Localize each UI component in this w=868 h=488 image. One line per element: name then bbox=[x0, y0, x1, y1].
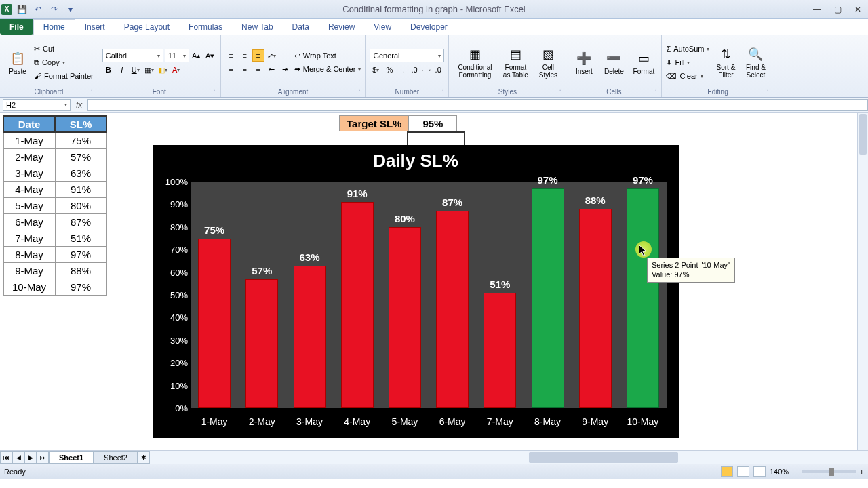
table-row: 4-May91% bbox=[3, 181, 106, 197]
paste-button[interactable]: 📋 Paste bbox=[4, 37, 31, 88]
clear-button[interactable]: ⌫Clear▾ bbox=[666, 70, 709, 82]
orientation-button[interactable]: ⤢▾ bbox=[266, 49, 278, 62]
tab-home[interactable]: Home bbox=[33, 19, 75, 35]
chart-bar[interactable]: 88% bbox=[579, 209, 612, 408]
group-number-label: Number bbox=[370, 88, 444, 97]
sheet-tab-1[interactable]: Sheet1 bbox=[49, 451, 94, 464]
chart-bar[interactable]: 97% bbox=[627, 188, 659, 408]
sort-filter-button[interactable]: ⇅Sort & Filter bbox=[712, 37, 739, 88]
find-select-button[interactable]: 🔍Find & Select bbox=[742, 37, 769, 88]
table-row: 7-May51% bbox=[3, 230, 106, 246]
tab-insert[interactable]: Insert bbox=[75, 19, 115, 35]
border-button[interactable]: ▦▾ bbox=[143, 64, 155, 76]
cell-styles-button[interactable]: ▧Cell Styles bbox=[534, 37, 561, 88]
cut-button[interactable]: ✂Cut bbox=[34, 43, 94, 55]
tab-formulas[interactable]: Formulas bbox=[179, 19, 232, 35]
x-tick: 6-May bbox=[439, 416, 466, 427]
formula-input[interactable] bbox=[87, 99, 868, 111]
align-bottom-button[interactable]: ≡ bbox=[252, 49, 264, 62]
table-row: 5-May80% bbox=[3, 197, 106, 214]
qat-redo-icon[interactable]: ↷ bbox=[47, 3, 61, 16]
merge-center-button[interactable]: ⬌Merge & Center▾ bbox=[294, 63, 361, 75]
comma-button[interactable]: , bbox=[397, 64, 409, 76]
underline-button[interactable]: U▾ bbox=[130, 64, 142, 76]
bold-button[interactable]: B bbox=[102, 64, 115, 76]
maximize-button[interactable]: ▢ bbox=[827, 3, 848, 16]
qat-save-icon[interactable]: 💾 bbox=[15, 3, 28, 16]
vertical-scrollbar[interactable] bbox=[857, 113, 868, 450]
chart-bar[interactable]: 91% bbox=[341, 202, 374, 408]
worksheet[interactable]: DateSL%1-May75%2-May57%3-May63%4-May91%5… bbox=[0, 113, 868, 450]
sheet-nav-last[interactable]: ⏭ bbox=[37, 451, 49, 464]
horizontal-scrollbar[interactable] bbox=[518, 452, 857, 463]
shrink-font-button[interactable]: A▾ bbox=[204, 49, 216, 62]
currency-button[interactable]: $▾ bbox=[370, 64, 382, 76]
tab-data[interactable]: Data bbox=[283, 19, 319, 35]
tab-file[interactable]: File bbox=[0, 19, 33, 35]
view-normal-button[interactable] bbox=[721, 466, 733, 477]
data-label: 97% bbox=[633, 174, 653, 186]
tab-page-layout[interactable]: Page Layout bbox=[115, 19, 179, 35]
sheet-nav-prev[interactable]: ◀ bbox=[12, 451, 24, 464]
format-cells-button[interactable]: ▭Format bbox=[630, 37, 657, 88]
chart-bar[interactable]: 80% bbox=[389, 227, 421, 408]
tab-developer[interactable]: Developer bbox=[401, 19, 457, 35]
delete-cells-button[interactable]: ➖Delete bbox=[600, 37, 627, 88]
align-middle-button[interactable]: ≡ bbox=[239, 49, 251, 62]
zoom-out-button[interactable]: − bbox=[793, 468, 797, 476]
name-box[interactable]: H2▾ bbox=[3, 99, 71, 111]
font-name-select[interactable]: Calibri▾ bbox=[102, 49, 163, 62]
indent-dec-button[interactable]: ⇤ bbox=[266, 63, 278, 75]
fill-color-button[interactable]: ◧▾ bbox=[157, 64, 169, 76]
copy-button[interactable]: ⧉Copy▾ bbox=[34, 56, 94, 68]
autosum-button[interactable]: ΣAutoSum▾ bbox=[666, 43, 709, 55]
x-tick: 7-May bbox=[487, 416, 513, 427]
tab-review[interactable]: Review bbox=[319, 19, 364, 35]
zoom-slider[interactable] bbox=[802, 470, 856, 473]
grow-font-button[interactable]: A▴ bbox=[191, 49, 203, 62]
chart-bar[interactable]: 57% bbox=[245, 279, 278, 408]
insert-cells-button[interactable]: ➕Insert bbox=[570, 37, 597, 88]
chart-bar[interactable]: 87% bbox=[436, 211, 469, 408]
chart-bar[interactable]: 75% bbox=[198, 239, 231, 409]
tab-view[interactable]: View bbox=[364, 19, 401, 35]
tab-new-tab[interactable]: New Tab bbox=[232, 19, 282, 35]
sheet-nav-first[interactable]: ⏮ bbox=[0, 451, 12, 464]
new-sheet-button[interactable]: ✱ bbox=[138, 451, 150, 464]
view-pagebreak-button[interactable] bbox=[753, 466, 766, 477]
format-painter-button[interactable]: 🖌Format Painter bbox=[34, 70, 94, 82]
align-left-button[interactable]: ≡ bbox=[225, 63, 237, 75]
zoom-level: 140% bbox=[770, 468, 789, 476]
format-as-table-button[interactable]: ▤Format as Table bbox=[499, 37, 532, 88]
qat-customize-icon[interactable]: ▾ bbox=[64, 3, 77, 16]
chart-bar[interactable]: 97% bbox=[532, 188, 564, 408]
fx-icon[interactable]: fx bbox=[76, 100, 82, 110]
qat-undo-icon[interactable]: ↶ bbox=[31, 3, 45, 16]
dec-decimal-button[interactable]: ←.0 bbox=[427, 64, 442, 76]
wrap-text-button[interactable]: ↩Wrap Text bbox=[294, 49, 361, 62]
x-tick: 2-May bbox=[249, 416, 275, 427]
minimize-button[interactable]: — bbox=[807, 3, 827, 16]
inc-decimal-button[interactable]: .0→ bbox=[410, 64, 425, 76]
chart-bar[interactable]: 63% bbox=[294, 266, 326, 408]
view-layout-button[interactable] bbox=[737, 466, 749, 477]
number-format-select[interactable]: General▾ bbox=[370, 49, 444, 62]
conditional-formatting-button[interactable]: ▦Conditional Formatting bbox=[453, 37, 496, 88]
font-color-button[interactable]: A▾ bbox=[170, 64, 182, 76]
chart[interactable]: Daily SL% 0%10%20%30%40%50%60%70%80%90%1… bbox=[153, 145, 679, 438]
align-center-button[interactable]: ≡ bbox=[239, 63, 251, 75]
align-top-button[interactable]: ≡ bbox=[225, 49, 237, 62]
conditional-formatting-icon: ▦ bbox=[467, 46, 483, 62]
chart-bar[interactable]: 51% bbox=[484, 293, 516, 408]
close-button[interactable]: ✕ bbox=[848, 3, 868, 16]
sheet-nav-next[interactable]: ▶ bbox=[24, 451, 37, 464]
align-right-button[interactable]: ≡ bbox=[252, 63, 264, 75]
percent-button[interactable]: % bbox=[383, 64, 395, 76]
font-size-select[interactable]: 11▾ bbox=[165, 49, 189, 62]
indent-inc-button[interactable]: ⇥ bbox=[279, 63, 292, 75]
italic-button[interactable]: I bbox=[116, 64, 128, 76]
fill-button[interactable]: ⬇Fill▾ bbox=[666, 56, 709, 68]
sheet-tab-2[interactable]: Sheet2 bbox=[94, 451, 138, 464]
zoom-in-button[interactable]: + bbox=[860, 468, 864, 476]
table-row: 2-May57% bbox=[3, 148, 106, 165]
